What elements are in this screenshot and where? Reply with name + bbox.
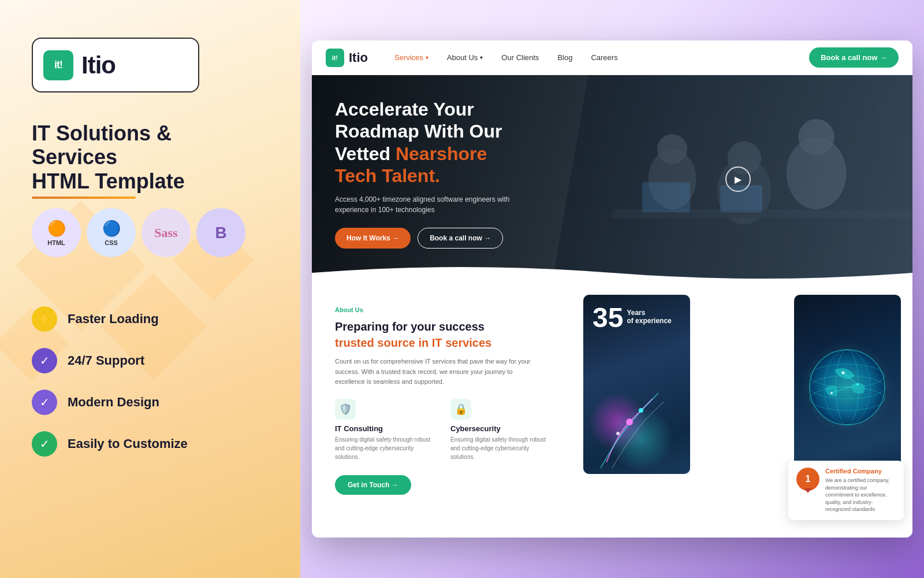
tagline-line2: HTML Template: [32, 169, 185, 193]
tech-badges: 🟠 HTML 🔵 CSS Sass B: [32, 208, 245, 257]
hero-title-line4: Tech Talent.: [335, 165, 440, 186]
hero-subtitle: Access 4,000+ timezone aligned software …: [335, 194, 520, 215]
css-icon: 🔵: [102, 220, 121, 238]
nav-services-label: Services: [394, 53, 423, 62]
feature-label-1: Faster Loading: [68, 312, 159, 327]
nav-cta-label: Book a call now →: [821, 53, 887, 62]
logo-name: Itio: [81, 51, 116, 79]
badge-html: 🟠 HTML: [32, 208, 81, 257]
hero-section: Accelerate Your Roadmap With Our Vetted …: [312, 75, 912, 283]
feature-support: ✓ 24/7 Support: [32, 348, 188, 373]
nav-link-about[interactable]: About Us ▾: [438, 53, 492, 62]
sass-icon: Sass: [154, 225, 177, 240]
globe-visual: [794, 295, 901, 474]
nav-link-careers[interactable]: Careers: [582, 53, 627, 62]
tagline-title: IT Solutions & Services HTML Template: [32, 121, 251, 193]
browser-window: it! Itio Services ▾ About Us ▾ Our Clien…: [312, 40, 912, 538]
right-panel: it! Itio Services ▾ About Us ▾ Our Clien…: [300, 0, 924, 578]
nav-link-blog[interactable]: Blog: [548, 53, 582, 62]
how-it-works-button[interactable]: How It Works →: [335, 228, 411, 249]
hero-title-line3: Vetted: [335, 143, 396, 164]
svg-point-13: [639, 408, 643, 413]
about-title: Preparing for your success: [335, 319, 554, 334]
nav-cta-button[interactable]: Book a call now →: [809, 47, 899, 68]
certified-card: 1 Certified Company We are a certified c…: [788, 461, 904, 520]
cybersecurity-title: Cybersecurity: [450, 424, 554, 433]
about-description: Count on us for comprehensive IT service…: [335, 357, 531, 387]
nav-blog-label: Blog: [557, 53, 572, 62]
badge-sass: Sass: [141, 208, 191, 257]
years-text: Yearsof experience: [627, 309, 671, 325]
nav-logo-text: it!: [332, 54, 338, 61]
nav-link-services[interactable]: Services ▾: [385, 53, 438, 62]
consulting-title: IT Consulting: [335, 424, 439, 433]
play-button[interactable]: ▶: [725, 166, 751, 192]
book-call-hero-label: Book a call now →: [430, 234, 491, 242]
consulting-desc: Ensuring digital safety through robust a…: [335, 435, 439, 461]
navbar: it! Itio Services ▾ About Us ▾ Our Clien…: [312, 40, 912, 75]
service-card-consulting: 🛡️ IT Consulting Ensuring digital safety…: [335, 399, 439, 461]
logo-icon-text: it!: [54, 59, 62, 71]
how-it-works-label: How It Works →: [346, 234, 399, 242]
left-panel: it! Itio IT Solutions & Services HTML Te…: [0, 0, 300, 578]
nav-logo-icon: it!: [326, 49, 344, 67]
hero-title-line2: Roadmap With Our: [335, 121, 502, 142]
tagline-line1: IT Solutions & Services: [32, 121, 172, 169]
badge-bootstrap: B: [196, 208, 245, 257]
image-panel-years: 35 Yearsof experience: [583, 295, 690, 474]
hero-title-line1: Accelerate Your: [335, 99, 474, 120]
hero-buttons: How It Works → Book a call now →: [335, 228, 612, 249]
html-icon: 🟠: [47, 220, 66, 238]
cert-number: 1: [806, 474, 811, 484]
tagline-underline: [32, 197, 136, 199]
html-label: HTML: [47, 239, 65, 246]
feature-customize: ✓ Easily to Customize: [32, 431, 188, 457]
cert-badge: 1: [796, 468, 819, 491]
bootstrap-icon: B: [215, 224, 226, 242]
features-list: ⚡ Faster Loading ✓ 24/7 Support ✓ Modern…: [32, 306, 188, 457]
get-in-touch-label: Get in Touch →: [348, 481, 398, 489]
about-left: About Us Preparing for your success trus…: [312, 283, 578, 538]
feature-label-4: Easily to Customize: [68, 436, 188, 451]
hero-content: Accelerate Your Roadmap With Our Vetted …: [335, 98, 612, 249]
hero-title-accent: Nearshore: [396, 143, 487, 164]
tagline: IT Solutions & Services HTML Template: [32, 121, 251, 199]
nav-link-clients[interactable]: Our Clients: [492, 53, 548, 62]
feature-label-3: Modern Design: [68, 395, 159, 410]
consulting-icon: 🛡️: [335, 399, 356, 420]
nav-about-caret: ▾: [480, 54, 483, 61]
hero-wave: [312, 261, 912, 283]
check-icon-2: ✓: [32, 390, 57, 415]
nav-clients-label: Our Clients: [501, 53, 539, 62]
about-right: 35 Yearsof experience: [578, 283, 912, 538]
feature-label-2: 24/7 Support: [68, 353, 144, 368]
globe-svg: [794, 295, 901, 474]
feature-modern-design: ✓ Modern Design: [32, 390, 188, 415]
feature-faster-loading: ⚡ Faster Loading: [32, 306, 188, 332]
about-label: About Us: [335, 306, 554, 313]
nav-about-label: About Us: [447, 53, 478, 62]
service-card-cybersecurity: 🔒 Cybersecurity Ensuring digital safety …: [450, 399, 554, 461]
cert-ribbon: [804, 488, 811, 493]
services-row: 🛡️ IT Consulting Ensuring digital safety…: [335, 399, 554, 461]
cert-content: Certified Company We are a certified com…: [825, 468, 896, 513]
svg-point-12: [626, 418, 633, 425]
check-icon-1: ✓: [32, 348, 57, 373]
check-icon-3: ✓: [32, 431, 57, 457]
neon-svg: [583, 347, 676, 474]
nav-brand: Itio: [349, 50, 368, 65]
nav-careers-label: Careers: [591, 53, 617, 62]
css-label: CSS: [105, 239, 118, 246]
cert-desc: We are a certified company, demonstratin…: [825, 477, 896, 513]
years-number: 35: [593, 304, 623, 332]
get-in-touch-button[interactable]: Get in Touch →: [335, 475, 411, 495]
badge-css: 🔵 CSS: [87, 208, 136, 257]
logo-box: it! Itio: [32, 38, 199, 92]
nav-links: Services ▾ About Us ▾ Our Clients Blog C…: [385, 53, 627, 62]
svg-point-11: [609, 407, 673, 471]
about-title-text: Preparing for your success: [335, 320, 485, 333]
cybersecurity-icon: 🔒: [450, 399, 471, 420]
book-call-hero-button[interactable]: Book a call now →: [418, 228, 503, 249]
logo-icon: it!: [43, 50, 73, 80]
nav-services-caret: ▾: [426, 54, 429, 61]
